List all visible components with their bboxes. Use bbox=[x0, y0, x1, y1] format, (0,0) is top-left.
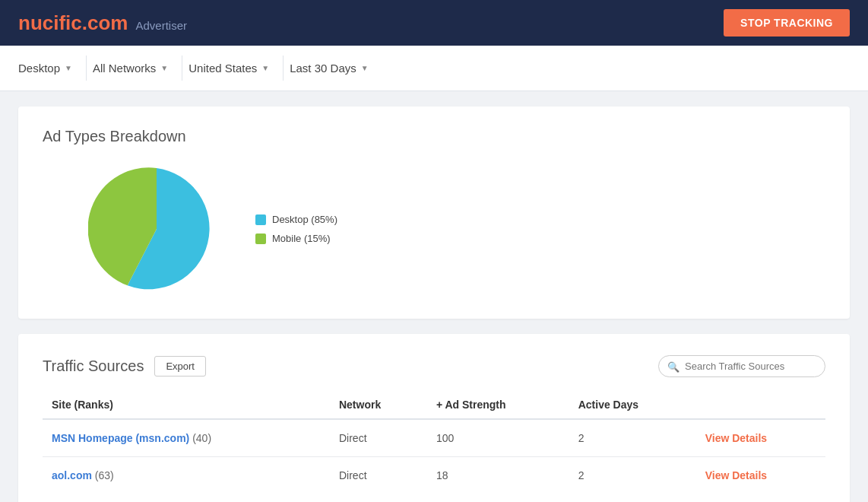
filter-bar: Desktop ▼ All Networks ▼ United States ▼… bbox=[0, 46, 868, 91]
cell-network: Direct bbox=[330, 419, 427, 457]
cell-site: MSN Homepage (msn.com) (40) bbox=[43, 419, 330, 457]
search-input[interactable] bbox=[658, 355, 825, 377]
ad-types-card: Ad Types Breakdown Desktop (85%) bbox=[18, 106, 850, 319]
device-filter[interactable]: Desktop ▼ bbox=[18, 56, 87, 81]
pie-section: Desktop (85%) Mobile (15%) bbox=[43, 160, 825, 297]
country-filter-label: United States bbox=[188, 62, 257, 75]
desktop-legend-dot bbox=[255, 214, 266, 225]
device-filter-label: Desktop bbox=[18, 62, 60, 75]
search-wrapper: 🔍 bbox=[658, 355, 825, 377]
period-filter[interactable]: Last 30 Days ▼ bbox=[290, 56, 382, 81]
site-rank: (40) bbox=[192, 432, 211, 444]
cell-ad-strength: 100 bbox=[427, 419, 569, 457]
chart-legend: Desktop (85%) Mobile (15%) bbox=[255, 214, 337, 244]
period-filter-label: Last 30 Days bbox=[290, 62, 356, 75]
chevron-down-icon: ▼ bbox=[261, 64, 269, 72]
table-row: MSN Homepage (msn.com) (40) Direct 100 2… bbox=[43, 419, 825, 457]
col-ad-strength: + Ad Strength bbox=[427, 391, 569, 419]
legend-item-mobile: Mobile (15%) bbox=[255, 233, 337, 244]
mobile-legend-dot bbox=[255, 234, 266, 244]
main-content: Ad Types Breakdown Desktop (85%) bbox=[0, 91, 868, 502]
cell-action: View Details bbox=[696, 419, 825, 457]
col-network: Network bbox=[330, 391, 427, 419]
brand-area: nucific.com Advertiser bbox=[18, 11, 187, 35]
network-filter-label: All Networks bbox=[93, 62, 156, 75]
site-link[interactable]: aol.com bbox=[52, 469, 92, 481]
cell-network: Direct bbox=[330, 457, 427, 494]
view-details-link[interactable]: View Details bbox=[705, 432, 767, 444]
desktop-legend-label: Desktop (85%) bbox=[272, 214, 337, 225]
mobile-legend-label: Mobile (15%) bbox=[272, 233, 331, 244]
chevron-down-icon: ▼ bbox=[65, 64, 72, 72]
cell-site: aol.com (63) bbox=[43, 457, 330, 494]
network-filter[interactable]: All Networks ▼ bbox=[93, 56, 182, 81]
site-rank: (63) bbox=[95, 469, 114, 481]
traffic-sources-card: Traffic Sources Export 🔍 Site (Ranks) Ne… bbox=[18, 334, 850, 502]
search-icon: 🔍 bbox=[667, 361, 680, 372]
cell-active-days: 2 bbox=[569, 419, 696, 457]
chevron-down-icon: ▼ bbox=[160, 64, 168, 72]
brand-name: nucific.com bbox=[18, 11, 128, 35]
table-header: Site (Ranks) Network + Ad Strength Activ… bbox=[43, 391, 825, 419]
table-row: aol.com (63) Direct 18 2 View Details bbox=[43, 457, 825, 494]
col-action bbox=[696, 391, 825, 419]
cell-action: View Details bbox=[696, 457, 825, 494]
cell-active-days: 2 bbox=[569, 457, 696, 494]
ad-types-title: Ad Types Breakdown bbox=[43, 128, 825, 145]
traffic-header: Traffic Sources Export 🔍 bbox=[43, 355, 825, 377]
pie-chart bbox=[88, 160, 225, 297]
traffic-title-row: Traffic Sources Export bbox=[43, 356, 206, 376]
legend-item-desktop: Desktop (85%) bbox=[255, 214, 337, 225]
export-button[interactable]: Export bbox=[154, 356, 206, 376]
site-link[interactable]: MSN Homepage (msn.com) bbox=[52, 432, 189, 444]
country-filter[interactable]: United States ▼ bbox=[188, 56, 284, 81]
col-site: Site (Ranks) bbox=[43, 391, 330, 419]
header: nucific.com Advertiser STOP TRACKING bbox=[0, 0, 868, 46]
brand-subtitle: Advertiser bbox=[135, 19, 187, 32]
cell-ad-strength: 18 bbox=[427, 457, 569, 494]
table-body: MSN Homepage (msn.com) (40) Direct 100 2… bbox=[43, 419, 825, 494]
chevron-down-icon: ▼ bbox=[361, 64, 369, 72]
stop-tracking-button[interactable]: STOP TRACKING bbox=[724, 9, 850, 37]
view-details-link[interactable]: View Details bbox=[705, 469, 767, 481]
col-active-days: Active Days bbox=[569, 391, 696, 419]
traffic-sources-title: Traffic Sources bbox=[43, 357, 144, 375]
traffic-table: Site (Ranks) Network + Ad Strength Activ… bbox=[43, 391, 825, 494]
